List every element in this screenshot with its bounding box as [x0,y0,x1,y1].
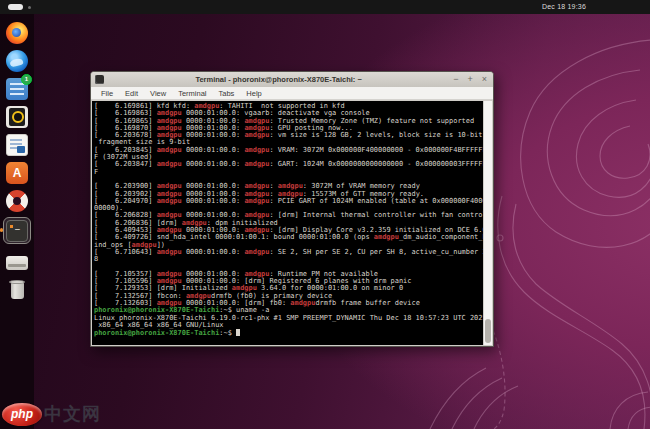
libreoffice-writer-icon [6,134,28,156]
running-indicator-dot [0,228,3,232]
watermark-text: 中文网 [44,402,101,426]
scrollbar[interactable] [483,101,492,345]
close-button[interactable]: × [482,75,487,84]
dock-item-trash[interactable] [4,277,30,300]
window-title: Terminal - phoronix@phoronix-X870E-Taich… [104,75,453,84]
terminal-window: Terminal - phoronix@phoronix-X870E-Taich… [90,71,494,347]
dock-item-libreoffice-writer[interactable] [4,133,30,156]
terminal-line: x86_64 x86_64 x86_64 GNU/Linux [94,322,483,329]
terminal-line: phoronix@phoronix-X870E-Taichi:~$ [94,329,483,336]
dock-item-thunderbird[interactable] [4,49,30,72]
menu-view[interactable]: View [144,89,172,98]
terminal-line: F [94,169,483,176]
indicator-dot [28,6,31,9]
menu-file[interactable]: File [95,89,119,98]
terminal-output[interactable]: [ 6.169861] kfd kfd: amdgpu: TAHITI not … [92,101,483,345]
php-watermark: php 中文网 [2,402,101,426]
menu-terminal[interactable]: Terminal [172,89,212,98]
minimize-button[interactable]: − [453,75,458,84]
terminal-app-icon [95,75,104,84]
menu-tabs[interactable]: Tabs [213,89,241,98]
trash-icon [11,282,24,299]
terminal-line: 8 [94,256,483,263]
terminal-line: [ 6.203847] amdgpu 0000:01:00.0: amdgpu:… [94,161,483,168]
terminal-line: [ 6.710643] amdgpu 0000:01:00.0: amdgpu:… [94,249,483,256]
scrollbar-thumb[interactable] [485,319,491,343]
window-controls: − + × [453,75,487,84]
dock: 1 [0,14,34,429]
clock[interactable]: Dec 18 19:36 [542,3,586,10]
maximize-button[interactable]: + [467,75,472,84]
dock-item-disks[interactable] [4,249,30,272]
menu-bar: FileEditViewTerminalTabsHelp [91,87,493,100]
top-bar: Dec 18 19:36 [0,0,650,14]
rhythmbox-icon [6,106,28,128]
desktop: Dec 18 19:36 1 Terminal - phoronix@phoro… [0,0,650,429]
php-logo: php [2,403,42,426]
window-titlebar[interactable]: Terminal - phoronix@phoronix-X870E-Taich… [91,72,493,88]
firefox-icon [6,22,28,44]
disks-icon [6,256,28,270]
dock-item-files[interactable]: 1 [4,77,30,100]
dock-item-firefox[interactable] [4,21,30,44]
window-indicator-pill[interactable] [8,4,23,10]
dock-item-terminal[interactable] [3,217,31,244]
help-icon [6,190,28,212]
menu-edit[interactable]: Edit [119,89,144,98]
terminal-line: [ 6.204970] amdgpu 0000:01:00.0: amdgpu:… [94,198,483,205]
dock-item-rhythmbox[interactable] [4,105,30,128]
software-icon [6,162,28,184]
notification-badge: 1 [21,74,32,85]
dock-item-help[interactable] [4,189,30,212]
menu-help[interactable]: Help [240,89,267,98]
dock-item-software[interactable] [4,161,30,184]
terminal-icon [6,220,28,242]
terminal-cursor [236,329,240,336]
thunderbird-icon [6,50,28,72]
terminal-viewport: [ 6.169861] kfd kfd: amdgpu: TAHITI not … [92,101,492,345]
